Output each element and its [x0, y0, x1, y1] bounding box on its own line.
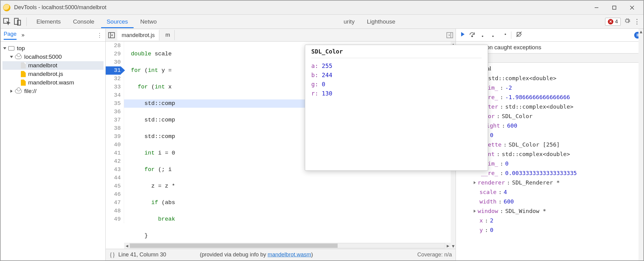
var-scale[interactable]: scale: 4	[458, 187, 643, 197]
svg-point-14	[505, 34, 506, 35]
expand-icon	[474, 181, 476, 184]
svg-point-11	[472, 36, 473, 37]
window-close-button[interactable]	[623, 2, 641, 13]
cloud-icon	[15, 55, 22, 59]
tree-label: top	[17, 45, 25, 52]
tooltip-key: r	[311, 90, 315, 97]
tooltip-key: b	[311, 72, 315, 78]
step-into-button[interactable]	[479, 31, 486, 39]
tab-lighthouse[interactable]: Lighthouse	[361, 15, 401, 28]
expand-icon	[474, 210, 476, 213]
error-count: 4	[615, 19, 618, 25]
scrollbar-thumb[interactable]	[130, 244, 338, 248]
inspect-element-icon[interactable]	[2, 17, 12, 26]
expand-icon	[10, 56, 13, 58]
var-width[interactable]: width: 600	[458, 197, 643, 206]
tooltip-key: a	[311, 62, 315, 69]
navigator-more-tabs-icon[interactable]: »	[21, 32, 25, 38]
tab-elements[interactable]: Elements	[31, 15, 66, 28]
window-minimize-button[interactable]	[588, 2, 605, 13]
editor-tab-mandelbrot-js[interactable]: mandelbrot.js	[117, 30, 159, 40]
editor-statusbar: {} Line 41, Column 30 (provided via debu…	[106, 249, 456, 260]
debug-info-link[interactable]: mandelbrot.wasm	[267, 252, 311, 258]
settings-gear-icon[interactable]	[624, 17, 631, 26]
scroll-up-icon[interactable]: ▴	[638, 29, 643, 34]
window-titlebar: DevTools - localhost:5000/mandelbrot	[1, 1, 643, 15]
window-title: DevTools - localhost:5000/mandelbrot	[14, 4, 106, 11]
frame-icon	[8, 46, 14, 50]
tree-label: mandelbrot.js	[28, 71, 63, 77]
cursor-position: Line 41, Column 30	[118, 252, 166, 258]
tree-file-mandelbrot[interactable]: mandelbrot	[2, 61, 104, 70]
var-renderer[interactable]: renderer: SDL_Renderer *	[458, 178, 643, 187]
var-window[interactable]: window: SDL_Window *	[458, 206, 643, 216]
tree-label: mandelbrot.wasm	[28, 79, 74, 86]
svg-point-13	[492, 35, 494, 37]
divider	[511, 32, 511, 39]
tooltip-key: g	[311, 81, 315, 88]
more-menu-icon[interactable]: ⋮	[634, 18, 640, 26]
scroll-right-icon[interactable]: ▸	[445, 243, 451, 248]
navigator-tabs: Page » ⋮	[1, 29, 105, 42]
tree-label: mandelbrot	[28, 62, 57, 69]
tooltip-value: 255	[322, 62, 332, 69]
tooltip-value: 0	[322, 81, 325, 88]
tab-sources[interactable]: Sources	[101, 15, 134, 28]
script-icon	[21, 71, 26, 77]
debugger-toolbar: II	[456, 29, 643, 42]
tab-security-truncated[interactable]: urity	[338, 15, 360, 28]
editor-tab-partial[interactable]: m	[161, 30, 175, 40]
scroll-left-icon[interactable]: ◂	[124, 243, 130, 248]
coverage-status: Coverage: n/a	[417, 252, 452, 258]
tree-label: localhost:5000	[24, 54, 62, 60]
editor-tabbar: mandelbrot.js m	[106, 29, 456, 42]
error-icon: ✕	[608, 19, 613, 24]
navigator-panel: Page » ⋮ top localhost:5000 mandelbrot m…	[1, 29, 106, 260]
step-button[interactable]	[500, 31, 507, 39]
line-gutter[interactable]: 282930 31 323334 353637 383940 414243 44…	[106, 42, 124, 223]
editor-horizontal-scrollbar[interactable]: ◂ ▸	[124, 243, 451, 249]
cloud-icon	[15, 89, 22, 93]
debugger-vertical-scrollbar[interactable]: ▴	[638, 29, 643, 260]
source-editor-panel: mandelbrot.js m 282930 31 323334 353637 …	[106, 29, 456, 260]
devtools-tabbar: Elements Console Sources Netwo urity Lig…	[1, 15, 643, 29]
script-icon	[21, 80, 26, 86]
tooltip-title: SDL_Color	[311, 48, 482, 58]
pretty-print-icon[interactable]: {}	[109, 251, 115, 258]
breakpoint-line-31[interactable]: 31	[106, 66, 121, 75]
file-tree: top localhost:5000 mandelbrot mandelbrot…	[1, 42, 105, 98]
tree-top-frame[interactable]: top	[2, 44, 104, 53]
resume-button[interactable]	[458, 31, 465, 39]
step-over-button[interactable]	[469, 31, 475, 39]
navigator-menu-icon[interactable]: ⋮	[97, 32, 102, 39]
tree-file-mandelbrot-wasm[interactable]: mandelbrot.wasm	[2, 78, 104, 87]
tab-network-truncated[interactable]: Netwo	[135, 15, 162, 28]
navigator-tab-page[interactable]: Page	[4, 31, 17, 40]
tab-console[interactable]: Console	[67, 15, 100, 28]
tooltip-value: 244	[322, 72, 332, 78]
tree-label: file://	[24, 88, 36, 95]
svg-point-12	[482, 35, 483, 37]
document-icon	[21, 62, 26, 69]
divider	[26, 17, 27, 26]
variable-hover-tooltip: SDL_Color a: 255 b: 244 g: 0 r: 130	[305, 45, 488, 171]
toggle-debugger-icon[interactable]	[446, 31, 454, 39]
device-toolbar-icon[interactable]	[13, 17, 22, 26]
tooltip-value: 130	[322, 90, 332, 97]
tree-origin[interactable]: localhost:5000	[2, 53, 104, 61]
scroll-down-icon[interactable]: ▾	[451, 243, 456, 249]
expand-icon	[3, 47, 6, 50]
deactivate-breakpoints-button[interactable]	[516, 31, 522, 39]
debug-info-source: (provided via debug info by mandelbrot.w…	[200, 252, 313, 258]
var-x[interactable]: x: 2	[458, 216, 643, 225]
step-out-button[interactable]	[490, 31, 496, 39]
tree-file-mandelbrot-js[interactable]: mandelbrot.js	[2, 70, 104, 78]
devtools-app-icon	[3, 4, 10, 11]
error-count-badge[interactable]: ✕ 4	[605, 18, 621, 26]
tree-file-scheme[interactable]: file://	[2, 87, 104, 95]
var-y[interactable]: y: 0	[458, 225, 643, 235]
window-maximize-button[interactable]	[605, 2, 623, 13]
expand-icon	[10, 90, 13, 93]
toggle-navigator-icon[interactable]	[108, 31, 116, 39]
svg-rect-1	[613, 6, 616, 9]
